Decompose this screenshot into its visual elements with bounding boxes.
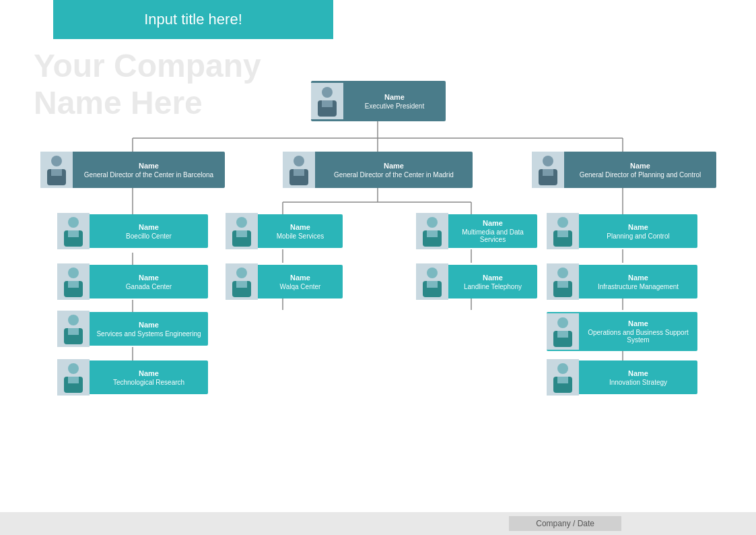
card-services-systems: Name Services and Systems Engineering bbox=[57, 312, 208, 346]
card-operations: Name Operations and Business Support Sys… bbox=[547, 312, 697, 351]
card-barcelona-info: Name General Director of the Center in B… bbox=[73, 159, 225, 181]
card-ganada-info: Name Ganada Center bbox=[90, 271, 208, 293]
card-planning-control-info: Name Planning and Control bbox=[579, 220, 697, 243]
svg-point-54 bbox=[427, 217, 438, 228]
svg-point-66 bbox=[557, 317, 568, 328]
svg-rect-38 bbox=[68, 230, 79, 237]
avatar-barcelona bbox=[40, 152, 73, 188]
svg-rect-68 bbox=[557, 331, 568, 338]
svg-rect-29 bbox=[51, 169, 62, 176]
avatar-operations bbox=[547, 313, 579, 350]
svg-rect-71 bbox=[557, 377, 568, 383]
svg-rect-59 bbox=[427, 281, 438, 288]
avatar-root bbox=[311, 83, 343, 119]
card-planning: Name General Director of Planning and Co… bbox=[532, 152, 716, 188]
avatar-mobile-services bbox=[226, 213, 258, 249]
svg-point-27 bbox=[51, 156, 62, 166]
content-area: Input title here! Your Company Name Here bbox=[0, 0, 756, 535]
card-innovation: Name Innovation Strategy bbox=[547, 360, 697, 394]
svg-rect-26 bbox=[322, 100, 333, 107]
svg-point-42 bbox=[68, 315, 79, 325]
card-barcelona: Name General Director of the Center in B… bbox=[40, 152, 225, 188]
card-operations-info: Name Operations and Business Support Sys… bbox=[579, 317, 697, 346]
card-infrastructure-info: Name Infrastructure Management bbox=[579, 271, 697, 293]
avatar-boecillo bbox=[57, 213, 90, 249]
avatar-planning bbox=[532, 152, 564, 188]
card-infrastructure: Name Infrastructure Management bbox=[547, 265, 697, 298]
card-madrid-info: Name General Director of the Center in M… bbox=[315, 159, 473, 181]
card-walqa: Name Walqa Center bbox=[226, 265, 343, 298]
card-mobile-services: Name Mobile Services bbox=[226, 214, 343, 248]
avatar-planning-control bbox=[547, 213, 579, 249]
svg-rect-44 bbox=[68, 328, 79, 335]
svg-rect-53 bbox=[236, 281, 247, 288]
svg-rect-56 bbox=[427, 230, 438, 237]
card-landline-info: Name Landline Telephony bbox=[448, 271, 537, 293]
footer-text: Company / Date bbox=[509, 516, 621, 531]
card-root-info: Name Executive President bbox=[343, 90, 446, 113]
card-multimedia: Name Multimedia and Data Services bbox=[416, 214, 537, 248]
avatar-ganada bbox=[57, 263, 90, 300]
svg-rect-47 bbox=[68, 377, 79, 383]
card-landline: Name Landline Telephony bbox=[416, 265, 537, 298]
card-planning-control: Name Planning and Control bbox=[547, 214, 697, 248]
avatar-tech-research bbox=[57, 359, 90, 396]
avatar-infrastructure bbox=[547, 263, 579, 300]
svg-point-60 bbox=[557, 217, 568, 228]
avatar-multimedia bbox=[416, 213, 448, 249]
svg-point-24 bbox=[322, 87, 333, 98]
card-ganada: Name Ganada Center bbox=[57, 265, 208, 298]
avatar-landline bbox=[416, 263, 448, 300]
svg-rect-62 bbox=[557, 230, 568, 237]
svg-point-48 bbox=[236, 217, 247, 228]
header-title-bar: Input title here! bbox=[53, 0, 333, 39]
svg-point-39 bbox=[68, 268, 79, 278]
card-innovation-info: Name Innovation Strategy bbox=[579, 367, 697, 389]
avatar-madrid bbox=[283, 152, 315, 188]
svg-point-51 bbox=[236, 268, 247, 278]
card-mobile-services-info: Name Mobile Services bbox=[258, 220, 343, 243]
svg-rect-35 bbox=[543, 169, 553, 176]
avatar-walqa bbox=[226, 263, 258, 300]
svg-point-57 bbox=[427, 268, 438, 278]
card-boecillo: Name Boecillo Center bbox=[57, 214, 208, 248]
card-tech-research: Name Technological Research bbox=[57, 360, 208, 394]
svg-rect-41 bbox=[68, 281, 79, 288]
avatar-services-systems bbox=[57, 311, 90, 347]
card-tech-research-info: Name Technological Research bbox=[90, 367, 208, 389]
card-root: Name Executive President bbox=[311, 81, 446, 121]
card-planning-info: Name General Director of Planning and Co… bbox=[564, 159, 716, 181]
svg-point-63 bbox=[557, 268, 568, 278]
footer-bar: Company / Date bbox=[0, 512, 756, 535]
card-multimedia-info: Name Multimedia and Data Services bbox=[448, 216, 537, 246]
svg-point-45 bbox=[68, 363, 79, 374]
card-madrid: Name General Director of the Center in M… bbox=[283, 152, 473, 188]
card-boecillo-info: Name Boecillo Center bbox=[90, 220, 208, 243]
svg-point-30 bbox=[294, 156, 304, 166]
svg-point-36 bbox=[68, 217, 79, 228]
org-chart: Name Executive President Name General Di… bbox=[0, 40, 756, 512]
card-services-systems-info: Name Services and Systems Engineering bbox=[90, 318, 208, 340]
svg-point-33 bbox=[543, 156, 553, 166]
svg-rect-32 bbox=[294, 169, 304, 176]
svg-rect-65 bbox=[557, 281, 568, 288]
card-walqa-info: Name Walqa Center bbox=[258, 271, 343, 293]
page-title: Input title here! bbox=[144, 11, 242, 28]
svg-point-69 bbox=[557, 363, 568, 374]
svg-rect-50 bbox=[236, 230, 247, 237]
avatar-innovation bbox=[547, 359, 579, 396]
